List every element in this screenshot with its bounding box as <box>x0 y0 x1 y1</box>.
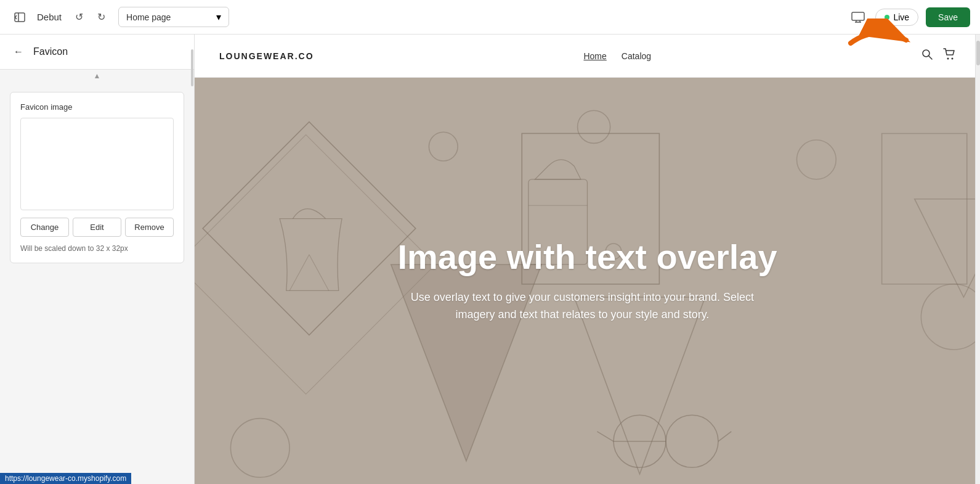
svg-line-31 <box>718 432 731 441</box>
sidebar-content: Favicon image Change Edit Remove Will be… <box>0 82 194 472</box>
hero-text-overlay: Image with text overlay Use overlay text… <box>373 238 801 324</box>
svg-point-7 <box>923 50 929 57</box>
live-label: Live <box>893 12 909 22</box>
undo-redo-group: ↺ ↻ <box>69 7 111 27</box>
svg-rect-0 <box>15 13 25 22</box>
svg-point-23 <box>429 132 458 161</box>
search-icon[interactable] <box>921 48 933 64</box>
cart-icon[interactable] <box>943 48 955 64</box>
undo-button[interactable]: ↺ <box>69 7 89 27</box>
status-url: https://loungewear-co.myshopify.com <box>5 474 126 483</box>
favicon-image-label: Favicon image <box>20 102 174 112</box>
store-icons <box>921 48 955 64</box>
topbar-left: Debut ↺ ↻ Home page ▾ <box>10 7 841 27</box>
svg-point-21 <box>921 284 980 350</box>
live-indicator-dot <box>885 15 889 20</box>
svg-point-9 <box>947 58 949 60</box>
nav-item-catalog[interactable]: Catalog <box>622 51 651 61</box>
favicon-hint: Will be scaled down to 32 x 32px <box>20 244 174 253</box>
change-button[interactable]: Change <box>20 218 69 237</box>
svg-point-18 <box>230 419 290 478</box>
preview-scrollbar-thumb[interactable] <box>976 41 980 65</box>
back-button[interactable]: ← <box>10 43 27 60</box>
svg-marker-14 <box>882 133 967 284</box>
page-selector-label: Home page <box>126 12 171 22</box>
chevron-down-icon: ▾ <box>216 11 221 23</box>
svg-point-10 <box>952 58 954 60</box>
sidebar-header: ← Favicon <box>0 35 194 70</box>
favicon-image-box <box>20 118 174 210</box>
main-layout: ← Favicon ▲ Favicon image Change Edit Re… <box>0 35 980 484</box>
svg-line-8 <box>929 56 932 59</box>
svg-marker-15 <box>915 199 980 297</box>
store-nav: Home Catalog <box>583 51 651 61</box>
status-bar: https://loungewear-co.myshopify.com <box>0 473 131 484</box>
hero-subtitle: Use overlay text to give your customers … <box>397 289 767 324</box>
store-header: LOUNGEWEAR.CO Home Catalog <box>195 35 980 78</box>
topbar-right: Live Save <box>848 7 970 27</box>
preview-area: LOUNGEWEAR.CO Home Catalog <box>195 35 980 484</box>
scroll-up-indicator[interactable]: ▲ <box>0 70 194 82</box>
svg-point-29 <box>666 415 718 467</box>
hero-title: Image with text overlay <box>397 238 777 276</box>
svg-point-19 <box>578 110 610 143</box>
desktop-view-button[interactable] <box>848 7 868 27</box>
sidebar-title: Favicon <box>33 46 68 57</box>
svg-line-32 <box>597 432 614 441</box>
svg-rect-2 <box>852 12 864 20</box>
remove-button[interactable]: Remove <box>125 218 174 237</box>
svg-line-26 <box>290 255 309 290</box>
svg-marker-16 <box>574 297 705 474</box>
exit-button[interactable] <box>10 7 30 27</box>
svg-line-27 <box>309 255 329 290</box>
svg-point-22 <box>797 140 836 179</box>
store-logo: LOUNGEWEAR.CO <box>219 51 314 61</box>
app-name: Debut <box>37 12 62 22</box>
edit-button[interactable]: Edit <box>73 218 121 237</box>
sidebar: ← Favicon ▲ Favicon image Change Edit Re… <box>0 35 195 484</box>
redo-button[interactable]: ↻ <box>91 7 111 27</box>
save-button[interactable]: Save <box>926 7 970 27</box>
topbar: Debut ↺ ↻ Home page ▾ Live Save <box>0 0 980 35</box>
favicon-card: Favicon image Change Edit Remove Will be… <box>10 92 184 263</box>
live-button[interactable]: Live <box>875 9 918 26</box>
preview-scrollbar[interactable] <box>975 35 980 484</box>
favicon-actions: Change Edit Remove <box>20 218 174 237</box>
hero-banner: Image with text overlay Use overlay text… <box>195 78 980 484</box>
sidebar-scrollbar-thumb[interactable] <box>191 49 193 86</box>
nav-item-home[interactable]: Home <box>583 51 606 61</box>
page-selector[interactable]: Home page ▾ <box>118 7 229 27</box>
